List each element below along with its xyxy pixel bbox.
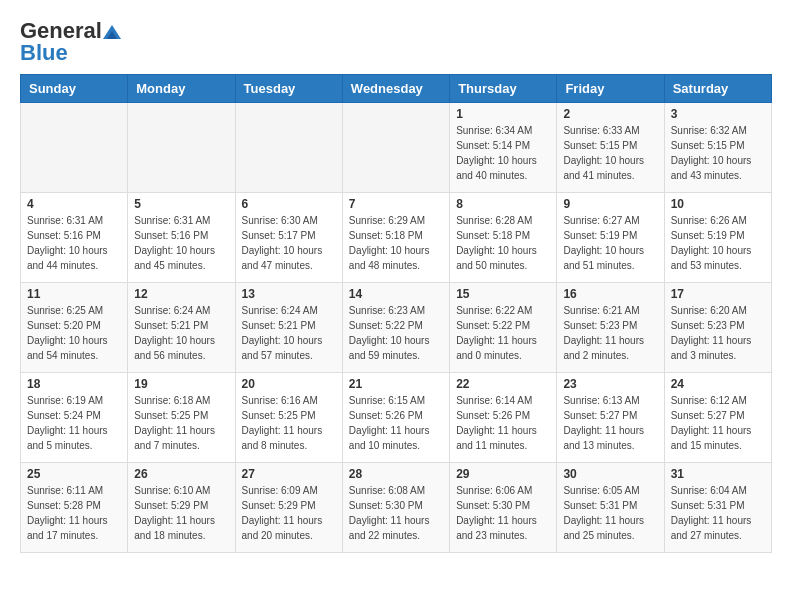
day-number: 17 <box>671 287 765 301</box>
calendar-cell <box>235 103 342 193</box>
logo-blue: Blue <box>20 42 68 64</box>
day-number: 26 <box>134 467 228 481</box>
calendar-cell: 31Sunrise: 6:04 AM Sunset: 5:31 PM Dayli… <box>664 463 771 553</box>
calendar-cell: 13Sunrise: 6:24 AM Sunset: 5:21 PM Dayli… <box>235 283 342 373</box>
column-header-tuesday: Tuesday <box>235 75 342 103</box>
day-info: Sunrise: 6:33 AM Sunset: 5:15 PM Dayligh… <box>563 123 657 183</box>
calendar-cell: 12Sunrise: 6:24 AM Sunset: 5:21 PM Dayli… <box>128 283 235 373</box>
calendar-cell: 17Sunrise: 6:20 AM Sunset: 5:23 PM Dayli… <box>664 283 771 373</box>
day-info: Sunrise: 6:30 AM Sunset: 5:17 PM Dayligh… <box>242 213 336 273</box>
logo: General Blue <box>20 20 122 64</box>
calendar-table: SundayMondayTuesdayWednesdayThursdayFrid… <box>20 74 772 553</box>
day-number: 9 <box>563 197 657 211</box>
day-info: Sunrise: 6:25 AM Sunset: 5:20 PM Dayligh… <box>27 303 121 363</box>
calendar-cell: 29Sunrise: 6:06 AM Sunset: 5:30 PM Dayli… <box>450 463 557 553</box>
day-number: 20 <box>242 377 336 391</box>
calendar-cell <box>128 103 235 193</box>
column-header-thursday: Thursday <box>450 75 557 103</box>
day-number: 14 <box>349 287 443 301</box>
calendar-cell: 3Sunrise: 6:32 AM Sunset: 5:15 PM Daylig… <box>664 103 771 193</box>
day-number: 31 <box>671 467 765 481</box>
calendar-cell <box>342 103 449 193</box>
day-info: Sunrise: 6:16 AM Sunset: 5:25 PM Dayligh… <box>242 393 336 453</box>
day-info: Sunrise: 6:13 AM Sunset: 5:27 PM Dayligh… <box>563 393 657 453</box>
calendar-cell: 22Sunrise: 6:14 AM Sunset: 5:26 PM Dayli… <box>450 373 557 463</box>
day-info: Sunrise: 6:15 AM Sunset: 5:26 PM Dayligh… <box>349 393 443 453</box>
logo-icon <box>103 25 121 39</box>
logo-text: General <box>20 20 122 42</box>
calendar-cell: 16Sunrise: 6:21 AM Sunset: 5:23 PM Dayli… <box>557 283 664 373</box>
day-info: Sunrise: 6:09 AM Sunset: 5:29 PM Dayligh… <box>242 483 336 543</box>
page-header: General Blue <box>20 20 772 64</box>
day-number: 22 <box>456 377 550 391</box>
week-row-2: 4Sunrise: 6:31 AM Sunset: 5:16 PM Daylig… <box>21 193 772 283</box>
column-header-sunday: Sunday <box>21 75 128 103</box>
day-info: Sunrise: 6:34 AM Sunset: 5:14 PM Dayligh… <box>456 123 550 183</box>
day-number: 25 <box>27 467 121 481</box>
day-number: 1 <box>456 107 550 121</box>
day-info: Sunrise: 6:18 AM Sunset: 5:25 PM Dayligh… <box>134 393 228 453</box>
calendar-cell: 18Sunrise: 6:19 AM Sunset: 5:24 PM Dayli… <box>21 373 128 463</box>
day-number: 29 <box>456 467 550 481</box>
day-info: Sunrise: 6:31 AM Sunset: 5:16 PM Dayligh… <box>134 213 228 273</box>
day-number: 24 <box>671 377 765 391</box>
week-row-4: 18Sunrise: 6:19 AM Sunset: 5:24 PM Dayli… <box>21 373 772 463</box>
day-number: 2 <box>563 107 657 121</box>
calendar-cell: 21Sunrise: 6:15 AM Sunset: 5:26 PM Dayli… <box>342 373 449 463</box>
calendar-cell: 9Sunrise: 6:27 AM Sunset: 5:19 PM Daylig… <box>557 193 664 283</box>
calendar-cell: 11Sunrise: 6:25 AM Sunset: 5:20 PM Dayli… <box>21 283 128 373</box>
calendar-cell: 15Sunrise: 6:22 AM Sunset: 5:22 PM Dayli… <box>450 283 557 373</box>
day-info: Sunrise: 6:19 AM Sunset: 5:24 PM Dayligh… <box>27 393 121 453</box>
calendar-cell: 26Sunrise: 6:10 AM Sunset: 5:29 PM Dayli… <box>128 463 235 553</box>
calendar-cell: 19Sunrise: 6:18 AM Sunset: 5:25 PM Dayli… <box>128 373 235 463</box>
day-info: Sunrise: 6:31 AM Sunset: 5:16 PM Dayligh… <box>27 213 121 273</box>
day-number: 6 <box>242 197 336 211</box>
calendar-cell: 8Sunrise: 6:28 AM Sunset: 5:18 PM Daylig… <box>450 193 557 283</box>
column-header-friday: Friday <box>557 75 664 103</box>
day-info: Sunrise: 6:12 AM Sunset: 5:27 PM Dayligh… <box>671 393 765 453</box>
week-row-5: 25Sunrise: 6:11 AM Sunset: 5:28 PM Dayli… <box>21 463 772 553</box>
day-info: Sunrise: 6:28 AM Sunset: 5:18 PM Dayligh… <box>456 213 550 273</box>
day-info: Sunrise: 6:24 AM Sunset: 5:21 PM Dayligh… <box>242 303 336 363</box>
day-number: 18 <box>27 377 121 391</box>
day-number: 7 <box>349 197 443 211</box>
day-info: Sunrise: 6:26 AM Sunset: 5:19 PM Dayligh… <box>671 213 765 273</box>
day-number: 12 <box>134 287 228 301</box>
calendar-cell: 7Sunrise: 6:29 AM Sunset: 5:18 PM Daylig… <box>342 193 449 283</box>
day-number: 15 <box>456 287 550 301</box>
day-info: Sunrise: 6:11 AM Sunset: 5:28 PM Dayligh… <box>27 483 121 543</box>
calendar-cell: 14Sunrise: 6:23 AM Sunset: 5:22 PM Dayli… <box>342 283 449 373</box>
calendar-cell: 6Sunrise: 6:30 AM Sunset: 5:17 PM Daylig… <box>235 193 342 283</box>
day-number: 16 <box>563 287 657 301</box>
day-number: 19 <box>134 377 228 391</box>
week-row-3: 11Sunrise: 6:25 AM Sunset: 5:20 PM Dayli… <box>21 283 772 373</box>
day-number: 23 <box>563 377 657 391</box>
calendar-cell: 4Sunrise: 6:31 AM Sunset: 5:16 PM Daylig… <box>21 193 128 283</box>
day-info: Sunrise: 6:05 AM Sunset: 5:31 PM Dayligh… <box>563 483 657 543</box>
day-number: 11 <box>27 287 121 301</box>
day-number: 30 <box>563 467 657 481</box>
calendar-cell: 23Sunrise: 6:13 AM Sunset: 5:27 PM Dayli… <box>557 373 664 463</box>
day-info: Sunrise: 6:29 AM Sunset: 5:18 PM Dayligh… <box>349 213 443 273</box>
day-info: Sunrise: 6:06 AM Sunset: 5:30 PM Dayligh… <box>456 483 550 543</box>
column-header-saturday: Saturday <box>664 75 771 103</box>
calendar-cell: 1Sunrise: 6:34 AM Sunset: 5:14 PM Daylig… <box>450 103 557 193</box>
day-info: Sunrise: 6:20 AM Sunset: 5:23 PM Dayligh… <box>671 303 765 363</box>
column-header-wednesday: Wednesday <box>342 75 449 103</box>
day-number: 27 <box>242 467 336 481</box>
day-info: Sunrise: 6:32 AM Sunset: 5:15 PM Dayligh… <box>671 123 765 183</box>
calendar-cell: 28Sunrise: 6:08 AM Sunset: 5:30 PM Dayli… <box>342 463 449 553</box>
day-number: 5 <box>134 197 228 211</box>
day-number: 10 <box>671 197 765 211</box>
day-info: Sunrise: 6:21 AM Sunset: 5:23 PM Dayligh… <box>563 303 657 363</box>
day-number: 13 <box>242 287 336 301</box>
calendar-cell <box>21 103 128 193</box>
column-header-monday: Monday <box>128 75 235 103</box>
day-info: Sunrise: 6:23 AM Sunset: 5:22 PM Dayligh… <box>349 303 443 363</box>
day-number: 28 <box>349 467 443 481</box>
day-info: Sunrise: 6:22 AM Sunset: 5:22 PM Dayligh… <box>456 303 550 363</box>
calendar-header-row: SundayMondayTuesdayWednesdayThursdayFrid… <box>21 75 772 103</box>
day-info: Sunrise: 6:27 AM Sunset: 5:19 PM Dayligh… <box>563 213 657 273</box>
calendar-cell: 20Sunrise: 6:16 AM Sunset: 5:25 PM Dayli… <box>235 373 342 463</box>
calendar-cell: 30Sunrise: 6:05 AM Sunset: 5:31 PM Dayli… <box>557 463 664 553</box>
